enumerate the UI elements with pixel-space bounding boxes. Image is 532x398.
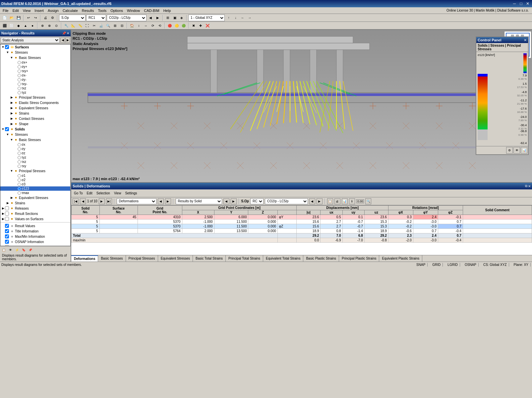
tab-equivalent-plastic-strains[interactable]: Equivalent Plastic Strains xyxy=(379,255,422,262)
tab-principal-stresses[interactable]: Principal Stresses xyxy=(126,255,158,262)
more-btn-3[interactable]: 🟢 xyxy=(180,22,187,29)
tree-item-solids[interactable]: ▼ ■ Solids xyxy=(0,126,70,132)
tree-item-shape[interactable]: ▶ ■ Shape xyxy=(0,121,70,126)
tree-item-sol-sz[interactable]: σz xyxy=(0,151,70,155)
cross-btn-2[interactable]: ✚ xyxy=(197,22,204,29)
menu-insert[interactable]: Insert xyxy=(32,8,46,13)
radio-sx-plus[interactable] xyxy=(18,61,21,64)
expand-sol-principal[interactable]: ▼ xyxy=(10,169,14,173)
tree-item-basic-stresses[interactable]: ▼ ■ Basic Stresses xyxy=(0,55,70,60)
nav-btn-4[interactable]: → xyxy=(246,15,253,21)
tool-btn-9[interactable]: ⊟ xyxy=(119,22,125,29)
radio-sx-minus[interactable] xyxy=(18,74,21,77)
res-display-next[interactable]: ▶ xyxy=(231,198,237,204)
expand-equiv-surf[interactable]: ▶ xyxy=(10,106,14,110)
menu-edit[interactable]: Edit xyxy=(11,8,21,13)
minimize-button[interactable]: ─ xyxy=(511,1,517,7)
expand-basic-stresses[interactable]: ▼ xyxy=(10,56,14,59)
cp-settings-btn[interactable]: ⚙ xyxy=(506,147,513,154)
cb-surfaces[interactable] xyxy=(5,45,9,49)
expand-sol-stresses[interactable]: ▼ xyxy=(6,133,10,136)
nav-pin-btn[interactable]: 📌 xyxy=(62,31,66,35)
rc-dropdown[interactable]: RC1 xyxy=(86,15,106,21)
view-btn-3[interactable]: ◈ xyxy=(178,15,185,21)
expand-sol-basic[interactable]: ▼ xyxy=(10,138,14,141)
tool-btn-8[interactable]: ⊞ xyxy=(112,22,118,29)
expand-solids[interactable]: ▼ xyxy=(1,127,5,131)
menu-assign[interactable]: Assign xyxy=(46,8,61,13)
tree-item-strains[interactable]: ▶ ■ Strains xyxy=(0,111,70,116)
expand-elastic[interactable]: ▶ xyxy=(10,101,14,104)
expand-shape[interactable]: ▶ xyxy=(10,122,14,125)
tool-btn-1[interactable]: 🔧 xyxy=(63,22,70,29)
tree-item-sx-minus[interactable]: σx- xyxy=(0,73,70,77)
tree-item-sol-sy[interactable]: σy xyxy=(0,147,70,151)
bt-settings[interactable]: Settings xyxy=(124,191,138,195)
radio-sy-plus[interactable] xyxy=(18,65,21,69)
res-prev-btn[interactable]: ◀ xyxy=(80,198,86,204)
expand-result-sections[interactable]: ▶ xyxy=(1,212,5,215)
expand-strains[interactable]: ▶ xyxy=(10,112,14,115)
tab-deformations[interactable]: Deformations xyxy=(71,255,98,262)
res-filter-dropdown[interactable]: Deformations xyxy=(117,198,156,204)
close-button[interactable]: ✕ xyxy=(525,1,531,7)
menu-file[interactable]: File xyxy=(1,8,11,13)
radio-sol-s2[interactable] xyxy=(18,178,21,182)
redo-btn[interactable]: ↪ xyxy=(32,15,39,21)
cb-solids[interactable] xyxy=(5,127,9,131)
nav-arrow-prev[interactable]: ◀ xyxy=(60,37,65,43)
res-info-btn[interactable]: ℹ xyxy=(349,198,355,204)
expand-sol-equiv[interactable]: ▶ xyxy=(10,196,14,199)
expand-sol-strains[interactable]: ▶ xyxy=(6,201,10,205)
shape-btn-2[interactable]: ⬜ xyxy=(8,22,15,29)
cb-values-surf[interactable] xyxy=(5,217,9,221)
tree-item-sx-plus[interactable]: σx+ xyxy=(0,60,70,65)
radio-sol-txz[interactable] xyxy=(18,160,21,164)
res-rc-dropdown[interactable]: RC1 xyxy=(250,198,264,204)
tree-item-sol-s1[interactable]: σ1 xyxy=(0,174,70,178)
res-next-btn[interactable]: ▶ xyxy=(99,198,105,204)
cp-extra-btn[interactable]: 📊 xyxy=(521,147,527,154)
tree-item-result-values[interactable]: ◈ Result Values xyxy=(0,223,70,228)
tree-item-elastic-stress[interactable]: ▶ ■ Elastic Stress Components xyxy=(0,100,70,105)
tab-basic-plastic-strains[interactable]: Basic Plastic Strains xyxy=(303,255,339,262)
radio-txz[interactable] xyxy=(18,87,21,90)
nav-btn-3[interactable]: ← xyxy=(239,15,246,21)
status-osnap[interactable]: OSNAP xyxy=(463,263,479,267)
shape-btn-5[interactable]: ● xyxy=(29,22,36,29)
tree-item-principal-surf[interactable]: ▶ ■ Principal Stresses xyxy=(0,95,70,100)
menu-calculate[interactable]: Calculate xyxy=(61,8,80,13)
cb-result-sections[interactable] xyxy=(5,212,9,216)
menu-cad-bim[interactable]: CAD-BIM xyxy=(142,8,161,13)
extra-btn-2[interactable]: ↕ xyxy=(136,22,142,29)
tree-item-sol-sx[interactable]: σx xyxy=(0,142,70,147)
prev-lc-btn[interactable]: ◀ xyxy=(147,15,154,21)
res-filter-next[interactable]: ▶ xyxy=(165,198,171,204)
tab-equivalent-stresses[interactable]: Equivalent Stresses xyxy=(158,255,193,262)
tree-item-sol-stresses[interactable]: ▼ ■ Stresses xyxy=(0,132,70,137)
tool-btn-7[interactable]: 🔍 xyxy=(105,22,111,29)
tree-item-result-sections[interactable]: ▶ ■ Result Sections xyxy=(0,211,70,216)
tree-item-sol-basic[interactable]: ▼ ■ Basic Stresses xyxy=(0,137,70,142)
display-btn-3[interactable]: ⊙ xyxy=(53,22,60,29)
tree-item-osnap-info[interactable]: ◈ OSNAP Information xyxy=(0,239,70,244)
more-btn-2[interactable]: 🟡 xyxy=(173,22,180,29)
res-first-btn[interactable]: |◀ xyxy=(73,198,79,204)
tree-item-sol-tyz[interactable]: τyz xyxy=(0,155,70,160)
cp-view-btn[interactable]: 👁 xyxy=(513,147,520,154)
extra-btn-3[interactable]: ↔ xyxy=(143,22,149,29)
radio-sy-minus[interactable] xyxy=(18,78,21,81)
tree-item-sol-s2[interactable]: σ2 xyxy=(0,178,70,182)
radio-sol-sy[interactable] xyxy=(18,147,21,151)
menu-window[interactable]: Window xyxy=(125,8,142,13)
tree-item-txy-plus[interactable]: τxy+ xyxy=(0,69,70,73)
radio-sol-sx[interactable] xyxy=(18,143,21,146)
radio-tyz[interactable] xyxy=(18,91,21,94)
tree-item-sol-s123[interactable]: σ123 xyxy=(0,186,70,191)
radio-sol-sz[interactable] xyxy=(18,152,21,155)
nav-btn-2[interactable]: ↓ xyxy=(232,15,239,21)
tree-item-sol-txy[interactable]: τxy xyxy=(0,164,70,168)
radio-sol-tmax[interactable] xyxy=(18,191,21,195)
bt-view[interactable]: View xyxy=(113,191,123,195)
tab-basic-total-strains[interactable]: Basic Total Strains xyxy=(193,255,226,262)
